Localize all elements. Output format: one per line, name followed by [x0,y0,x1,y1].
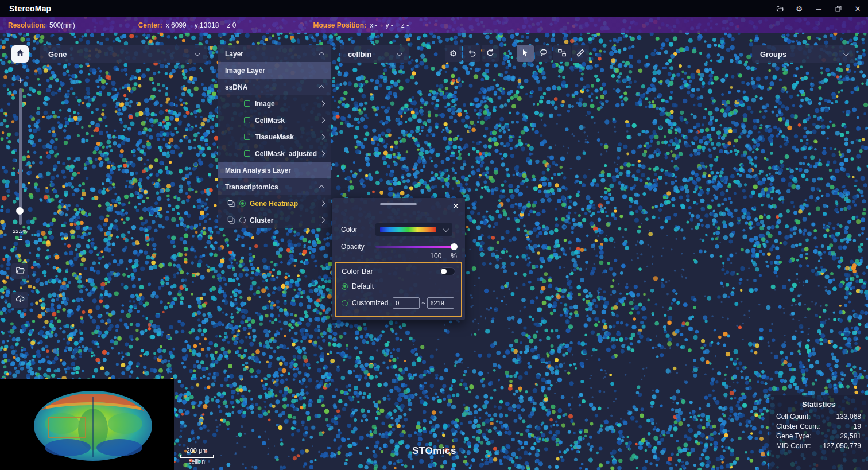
ssdna-group-label: ssDNA [225,83,247,91]
opacity-slider-knob[interactable] [451,243,458,250]
stat-label: MID Count: [776,441,811,451]
minimize-icon[interactable]: ─ [814,4,823,13]
chevron-right-icon[interactable] [320,201,326,207]
cellmask-checkbox[interactable] [244,117,250,123]
stomics-watermark: STOmics [412,445,456,457]
zoom-slider-knob[interactable] [16,207,24,215]
folder-icon [16,266,25,277]
layer-item-cellmask-adjusted[interactable]: CellMask_adjusted [218,145,331,162]
layer-item-label: TissueMask [255,133,294,141]
chevron-right-icon[interactable] [320,151,326,157]
main-analysis-section[interactable]: Main Analysis Layer [218,162,331,178]
minimap-brain-image [0,379,174,470]
home-button[interactable] [11,45,29,63]
chevron-up-icon [319,52,324,57]
transcriptomics-group-header[interactable]: Transcriptomics [218,178,331,195]
cursor-icon [521,48,530,59]
lasso-tool-button[interactable] [535,45,552,62]
main-analysis-label: Main Analysis Layer [225,166,291,174]
customized-option[interactable]: Customized ~ [342,297,455,309]
layers-icon [227,200,235,207]
layout-split-icon [557,48,567,59]
mouse-position-label: Mouse Position: [313,21,366,29]
export-download-button[interactable] [11,292,28,308]
layer-item-tissuemask[interactable]: TissueMask [218,129,331,145]
gene-heatmap-radio[interactable] [239,200,246,207]
layer-item-cellmask[interactable]: CellMask [218,112,331,129]
heatmap-settings-popup: ✕ Color Opacity 100 % Color Bar [332,198,465,320]
window-controls: ⚙ ─ ✕ [775,4,862,13]
app-title: StereoMap [9,4,51,13]
default-radio[interactable] [342,283,348,290]
layer-panel-title: Layer [225,50,243,58]
chevron-right-icon[interactable] [320,118,326,123]
center-label: Center: [138,21,162,29]
mouse-y: y - [385,21,393,29]
chevron-down-icon [443,226,449,232]
pointer-tool-button[interactable] [517,45,534,62]
layer-item-image[interactable]: Image [218,95,331,112]
undo-button[interactable] [463,45,480,62]
stat-value: 29,581 [840,432,861,441]
transcriptomics-group-label: Transcriptomics [225,183,278,191]
image-layer-section[interactable]: Image Layer [218,62,331,79]
chevron-up-icon [319,185,324,191]
zoom-percentage: 22.3% [13,228,28,234]
colorbar-section: Color Bar Default Customized ~ [335,262,462,317]
gene-dropdown-label: Gene [48,50,67,59]
popup-drag-handle[interactable] [380,203,417,205]
zoom-slider[interactable] [19,88,22,225]
colormap-select[interactable] [375,223,452,236]
customized-radio[interactable] [342,300,348,306]
restore-window-icon[interactable] [834,4,843,13]
opacity-unit: % [451,252,457,260]
chevron-right-icon[interactable] [320,217,326,223]
stat-cluster-count: Cluster Count: 19 [776,422,861,432]
layer-settings-button[interactable]: ⚙ [445,45,462,62]
app-settings-gear-icon[interactable]: ⚙ [795,4,804,13]
bin-mode-dropdown[interactable]: cellbin [340,45,409,63]
chevron-right-icon[interactable] [320,101,326,107]
chevron-right-icon[interactable] [320,134,326,140]
zoom-in-icon[interactable]: + [17,75,23,86]
layer-item-label: Image [255,100,275,108]
measure-tool-button[interactable] [572,45,589,62]
image-checkbox[interactable] [244,100,250,107]
layout-split-tool-button[interactable] [553,45,571,62]
cluster-radio[interactable] [239,217,246,223]
layer-item-gene-heatmap[interactable]: Gene Heatmap [218,195,331,212]
colormap-gradient-swatch [380,227,436,232]
close-icon[interactable]: ✕ [853,4,862,13]
center-z: z 0 [227,21,236,29]
default-option[interactable]: Default [342,282,455,290]
chevron-down-icon [843,51,849,56]
custom-min-input[interactable] [393,297,420,309]
gear-icon: ⚙ [450,48,457,59]
redo-button[interactable] [482,45,499,62]
groups-dropdown[interactable]: Groups [752,45,855,63]
mouse-position-readout: Mouse Position:x -y -z - [313,21,417,29]
colorbar-toggle[interactable] [440,267,455,275]
zoom-out-icon[interactable]: − [17,234,23,246]
zoom-control: + 22.3% − [11,75,29,246]
ssdna-group-header[interactable]: ssDNA [218,79,331,95]
opacity-slider[interactable] [375,246,456,248]
open-folder-icon[interactable] [775,4,784,13]
gene-dropdown[interactable]: Gene [40,45,207,63]
cluster-label: Cluster [250,216,273,224]
center-readout: Center:x 6099y 13018z 0 [138,21,245,29]
history-toolgroup: ⚙ [445,45,499,62]
home-icon [16,48,25,60]
center-x: x 6099 [166,21,187,29]
layer-item-cluster[interactable]: Cluster [218,212,331,228]
cellmask-adjusted-checkbox[interactable] [244,150,250,157]
open-file-button[interactable] [11,263,28,279]
popup-close-icon[interactable]: ✕ [452,201,459,211]
default-label: Default [352,282,374,290]
custom-max-input[interactable] [427,297,454,309]
layer-panel-header[interactable]: Layer [218,45,331,62]
tissuemask-checkbox[interactable] [244,134,250,140]
layer-panel: Layer Image Layer ssDNA Image CellMask T… [218,45,331,228]
minimap-overview[interactable] [0,379,174,470]
stat-mid-count: MID Count: 127,050,779 [776,441,861,451]
